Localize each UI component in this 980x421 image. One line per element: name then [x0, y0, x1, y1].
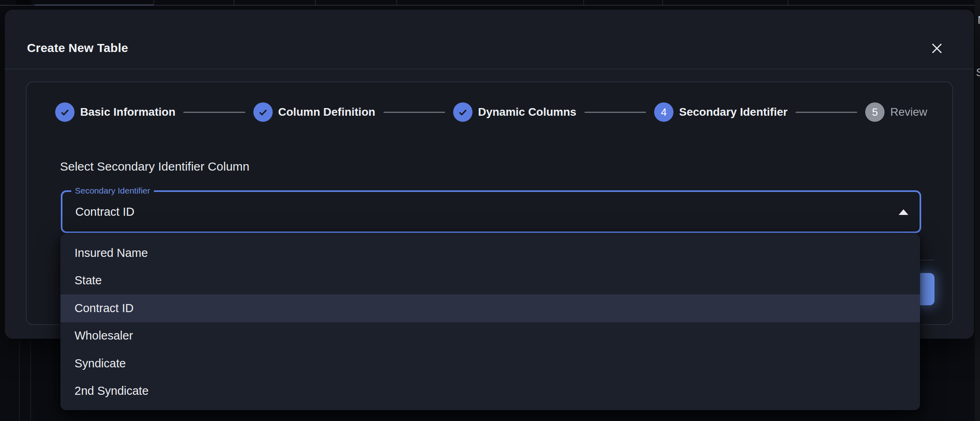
- step-label: Basic Information: [80, 106, 175, 119]
- background-column-divider: [583, 0, 584, 5]
- step-dynamic-columns: Dynamic Columns: [453, 102, 576, 122]
- secondary-identifier-select[interactable]: Secondary Identifier Contract ID: [61, 190, 921, 233]
- background-column-divider: [787, 0, 788, 5]
- step-label: Dynamic Columns: [478, 106, 576, 119]
- step-label: Column Definition: [278, 106, 375, 119]
- step-review: 5 Review: [865, 102, 927, 122]
- step-column-definition: Column Definition: [253, 102, 375, 122]
- step-connector: [584, 112, 646, 113]
- background-right-panel: [975, 0, 980, 421]
- background-table-cell: [16, 0, 31, 5]
- menu-item-syndicate[interactable]: Syndicate: [60, 350, 920, 377]
- step-connector: [796, 112, 857, 113]
- menu-item-wholesaler[interactable]: Wholesaler: [60, 322, 920, 350]
- background-column-divider: [396, 0, 397, 5]
- background-table-line-highlight: [35, 4, 153, 6]
- menu-item-insured-name[interactable]: Insured Name: [60, 239, 920, 267]
- step-label: Review: [890, 106, 927, 119]
- step-secondary-identifier: 4 Secondary Identifier: [654, 102, 787, 122]
- close-button[interactable]: [927, 39, 947, 58]
- background-column-divider: [662, 0, 663, 5]
- background-column-divider: [315, 0, 316, 5]
- background-column-divider: [30, 341, 31, 421]
- menu-item-state[interactable]: State: [60, 267, 920, 295]
- background-text-fragment: S: [976, 67, 980, 78]
- select-value: Contract ID: [75, 192, 135, 231]
- step-connector: [183, 112, 245, 113]
- stepper: Basic Information Column Definition Dyna…: [55, 102, 927, 122]
- menu-item-contract-id[interactable]: Contract ID: [60, 294, 920, 322]
- step-completed-check-icon: [453, 102, 472, 122]
- step-completed-check-icon: [55, 102, 75, 122]
- step-number-badge: 4: [654, 102, 673, 122]
- close-icon: [930, 42, 944, 56]
- section-heading: Select Secondary Identifier Column: [60, 160, 249, 173]
- header-divider: [5, 69, 974, 69]
- background-column-divider: [19, 341, 20, 421]
- secondary-identifier-dropdown-menu: Insured Name State Contract ID Wholesale…: [60, 234, 920, 410]
- background-column-divider: [234, 0, 234, 5]
- step-number-badge: 5: [865, 102, 885, 122]
- step-connector: [383, 112, 445, 113]
- menu-item-2nd-syndicate[interactable]: 2nd Syndicate: [60, 377, 920, 405]
- background-column-divider: [153, 0, 154, 5]
- step-label: Secondary Identifier: [679, 106, 787, 119]
- dialog-title: Create New Table: [27, 41, 128, 55]
- background-text-fragment: N: [978, 15, 980, 26]
- screen: N S Create New Table Basic Information: [0, 0, 980, 421]
- step-completed-check-icon: [253, 102, 273, 122]
- arrow-drop-up-icon[interactable]: [899, 209, 908, 215]
- step-basic-information: Basic Information: [55, 102, 175, 122]
